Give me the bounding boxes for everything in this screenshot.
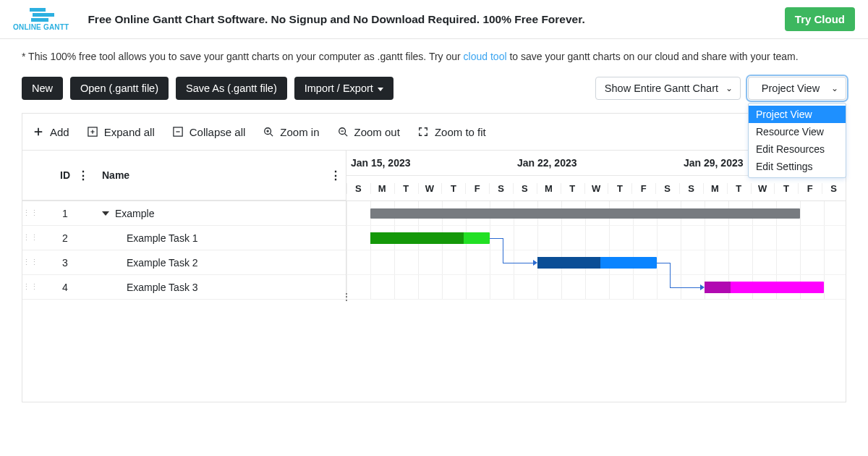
zoom-out-icon	[337, 126, 349, 138]
timeline-row	[346, 250, 846, 275]
chevron-down-icon: ⌄	[831, 83, 838, 93]
task-name: Example Task 3	[92, 282, 346, 293]
show-entire-chart-button[interactable]: Show Entire Gantt Chart⌄	[595, 77, 741, 100]
task-row[interactable]: ⋮⋮4Example Task 3	[22, 275, 346, 300]
view-select[interactable]: Project View⌄	[748, 77, 846, 100]
day-header: T	[608, 183, 631, 194]
zoom-in-button[interactable]: Zoom in	[263, 126, 319, 138]
gantt-bar[interactable]	[537, 257, 657, 269]
day-header: T	[727, 183, 751, 194]
task-id: 2	[38, 232, 92, 244]
day-header: M	[703, 183, 727, 194]
day-header: T	[394, 183, 418, 194]
cloud-tool-link[interactable]: cloud tool	[464, 51, 507, 62]
day-header: M	[537, 183, 561, 194]
day-header: S	[655, 183, 679, 194]
open-button[interactable]: Open (.gantt file)	[70, 77, 169, 100]
expand-icon	[87, 126, 98, 138]
caret-down-icon	[378, 88, 383, 91]
new-button[interactable]: New	[22, 77, 63, 100]
collapse-icon	[172, 126, 184, 138]
view-option-resource[interactable]: Resource View	[749, 123, 846, 140]
task-name: Example Task 2	[92, 257, 346, 269]
splitter-handle[interactable]: ⋮	[341, 291, 352, 303]
day-header: S	[822, 183, 846, 194]
day-header: M	[370, 183, 394, 194]
task-row[interactable]: ⋮⋮2Example Task 1	[22, 226, 346, 250]
timeline-row	[346, 201, 846, 226]
drag-handle-icon[interactable]: ⋮⋮	[22, 282, 38, 292]
zoom-fit-icon	[417, 126, 429, 138]
day-header: S	[346, 183, 370, 194]
view-option-project[interactable]: Project View	[749, 106, 846, 123]
week-header: Jan 15, 2023	[346, 157, 513, 169]
subheader-note: * This 100% free tool allows you to save…	[0, 39, 868, 77]
timeline-row	[346, 275, 846, 300]
collapse-caret-icon[interactable]	[102, 211, 109, 216]
expand-all-button[interactable]: Expand all	[87, 126, 155, 138]
save-as-button[interactable]: Save As (.gantt file)	[176, 77, 287, 100]
add-button[interactable]: Add	[33, 126, 69, 138]
day-header: T	[774, 183, 798, 194]
column-header-name[interactable]: Name⋮	[92, 169, 346, 181]
logo-text: ONLINE GANTT	[13, 23, 69, 31]
zoom-in-icon	[263, 126, 274, 138]
view-option-edit-settings[interactable]: Edit Settings	[749, 158, 846, 175]
day-header: F	[631, 183, 655, 194]
day-header: F	[465, 183, 489, 194]
day-header: S	[489, 183, 513, 194]
subheader-prefix: * This 100% free tool allows you to save…	[22, 51, 464, 62]
column-header-id[interactable]: ID⋮	[38, 169, 92, 181]
day-header: W	[584, 183, 608, 194]
gantt-bar[interactable]	[705, 282, 824, 293]
gantt-bar[interactable]	[370, 232, 490, 244]
day-header: F	[798, 183, 822, 194]
import-export-button[interactable]: Import / Export	[294, 77, 393, 100]
try-cloud-button[interactable]: Try Cloud	[785, 7, 855, 31]
column-menu-icon[interactable]: ⋮	[330, 169, 341, 182]
timeline-row	[346, 226, 846, 250]
column-menu-icon[interactable]: ⋮	[77, 169, 89, 182]
zoom-to-fit-button[interactable]: Zoom to fit	[417, 126, 486, 138]
view-option-edit-resources[interactable]: Edit Resources	[749, 140, 846, 158]
day-header: T	[561, 183, 584, 194]
day-header: S	[679, 183, 703, 194]
gantt-bar[interactable]	[370, 208, 800, 219]
view-dropdown: Project View Resource View Edit Resource…	[748, 103, 846, 178]
drag-handle-icon[interactable]: ⋮⋮	[22, 233, 38, 242]
subheader-suffix: to save your gantt charts on our cloud a…	[507, 51, 799, 62]
chevron-down-icon: ⌄	[726, 83, 733, 93]
day-header: T	[441, 183, 465, 194]
task-id: 3	[38, 257, 92, 269]
zoom-out-button[interactable]: Zoom out	[337, 126, 400, 138]
plus-icon	[33, 126, 44, 138]
task-id: 4	[38, 282, 92, 293]
tagline: Free Online Gantt Chart Software. No Sig…	[88, 13, 784, 26]
day-header: W	[418, 183, 442, 194]
task-id: 1	[38, 208, 92, 219]
collapse-all-button[interactable]: Collapse all	[172, 126, 246, 138]
logo[interactable]: ONLINE GANTT	[13, 8, 69, 31]
week-header: Jan 22, 2023	[513, 157, 679, 169]
drag-handle-icon[interactable]: ⋮⋮	[22, 258, 38, 267]
day-header: S	[513, 183, 537, 194]
day-header: W	[751, 183, 775, 194]
task-name: Example	[92, 208, 346, 219]
task-row[interactable]: ⋮⋮1Example	[22, 201, 346, 226]
task-name: Example Task 1	[92, 232, 346, 244]
logo-icon	[28, 8, 54, 22]
drag-handle-icon[interactable]: ⋮⋮	[22, 208, 38, 218]
task-row[interactable]: ⋮⋮3Example Task 2	[22, 250, 346, 275]
